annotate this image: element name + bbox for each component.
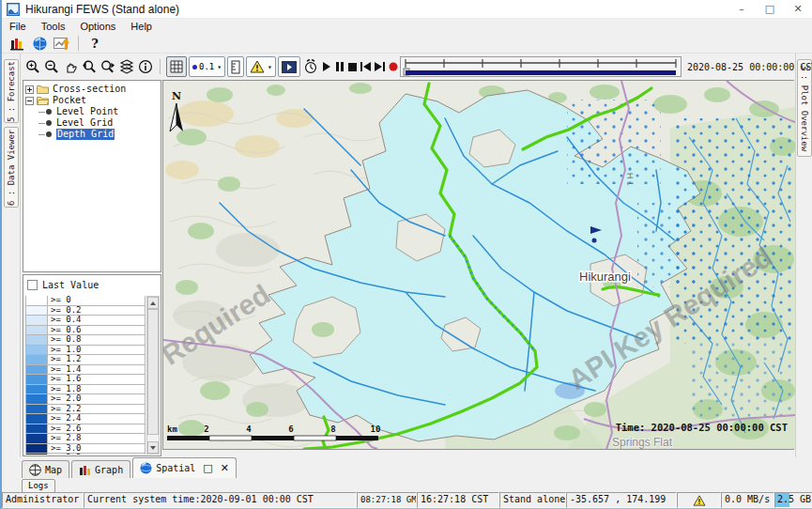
tab-map[interactable]: Map (22, 460, 69, 478)
app-window: Hikurangi FEWS (Stand alone) – □ ✕ File … (0, 0, 812, 509)
scroll-thumb[interactable] (147, 309, 159, 435)
legend-row[interactable]: >= 0.2 (25, 306, 146, 316)
warning-dropdown[interactable]: ▾ (246, 56, 276, 77)
legend-row[interactable]: >= 2.4 (25, 414, 146, 424)
record-button[interactable] (388, 56, 399, 77)
legend-scrollbar[interactable] (146, 296, 160, 455)
info-button[interactable] (137, 56, 154, 77)
database-button[interactable] (6, 35, 28, 53)
menu-options[interactable]: Options (72, 19, 123, 34)
close-button[interactable]: ✕ (784, 0, 812, 18)
menu-help[interactable]: Help (123, 19, 160, 34)
svg-text:10: 10 (371, 424, 381, 434)
legend-row[interactable]: >= 1.2 (25, 355, 146, 365)
tab-data-viewer[interactable]: 6 : Data Viewer (4, 127, 19, 208)
tab-plot-overview[interactable]: 3 : Plot Overview (797, 59, 812, 157)
grid-icon (170, 60, 183, 73)
zoom-in-button[interactable] (24, 56, 41, 77)
legend-row[interactable]: >= 0.6 (25, 326, 146, 336)
legend-row[interactable]: >= 3.0 (25, 444, 146, 455)
status-download-speed: 0.0 MB/s (721, 492, 774, 508)
town-label: Hikurangi (579, 270, 631, 284)
tree-item-pocket[interactable]: Pocket (25, 95, 159, 106)
scroll-up-icon[interactable] (147, 297, 159, 309)
legend-row[interactable]: >= 1.0 (25, 346, 146, 356)
movie-player-button[interactable] (278, 56, 300, 77)
map-tab-globe-icon (29, 464, 41, 476)
tree-item-cross-section[interactable]: Cross-section (25, 84, 159, 95)
zoom-out-icon (44, 59, 59, 74)
minimize-button[interactable]: – (728, 0, 756, 18)
last-step-button[interactable] (374, 56, 386, 77)
maximize-button[interactable]: □ (756, 0, 784, 18)
legend-label: >= 1.2 (48, 355, 146, 365)
legend-label: >= 1.6 (48, 375, 146, 385)
legend-label: >= 2.0 (48, 394, 146, 405)
logs-button[interactable]: Logs (22, 479, 55, 493)
legend-row[interactable]: >= 2.0 (25, 394, 146, 405)
legend-row[interactable]: >= 1.8 (25, 385, 146, 395)
legend-rows: >= 0 >= 0.2 >= 0.4 (25, 296, 146, 455)
window-title: Hikurangi FEWS (Stand alone) (25, 3, 179, 16)
layers-icon (119, 59, 134, 74)
svg-text:2: 2 (204, 424, 208, 434)
map-canvas[interactable]: API Key Required API Key Required H 1 Hi… (163, 81, 795, 449)
tab-maximize-icon[interactable]: □ (203, 462, 212, 474)
legend-row[interactable]: >= 1.6 (25, 375, 146, 385)
left-panel: Cross-section Pocket Level Point (23, 80, 161, 457)
legend-swatch (25, 424, 48, 435)
timeline-slider[interactable] (400, 56, 682, 77)
last-value-checkbox[interactable] (27, 280, 38, 290)
menu-tools[interactable]: Tools (34, 19, 73, 34)
collapse-minus-icon[interactable] (25, 97, 34, 105)
pause-button[interactable] (334, 56, 345, 77)
layers-button[interactable] (118, 56, 135, 77)
pan-button[interactable] (62, 56, 79, 77)
map-display-button[interactable] (28, 35, 51, 53)
legend-row[interactable]: >= 0.8 (25, 335, 146, 346)
tree-item-level-point[interactable]: Level Point (25, 106, 159, 117)
legend-row[interactable]: >= 1.4 (25, 365, 146, 376)
app-logo-icon (7, 3, 20, 16)
legend-row[interactable]: >= 2.8 (25, 434, 146, 444)
expand-plus-icon[interactable] (25, 85, 34, 94)
zoom-out-button[interactable] (43, 56, 60, 77)
animation-settings-button[interactable] (302, 56, 319, 77)
legend-swatch (25, 405, 48, 415)
spatial-display-button[interactable] (51, 35, 73, 53)
zoom-next-button[interactable] (100, 56, 116, 77)
scroll-down-icon[interactable] (147, 441, 159, 454)
interval-dropdown[interactable]: 0.1 ▾ (189, 56, 225, 77)
menu-file[interactable]: File (2, 19, 34, 34)
legend-panel: Last Value >= 0 >= (23, 274, 161, 456)
play-button[interactable] (321, 56, 332, 77)
ruler-button[interactable] (227, 56, 244, 77)
tab-label: Spatial (156, 463, 195, 473)
legend-row[interactable]: >= 0 (25, 296, 146, 306)
zoom-previous-button[interactable] (81, 56, 98, 77)
ruler-icon (231, 60, 240, 74)
first-step-button[interactable] (360, 56, 372, 77)
tab-spatial[interactable]: Spatial □ ✕ (132, 457, 237, 478)
tree-item-level-grid[interactable]: Level Grid (25, 117, 159, 129)
stop-button[interactable] (347, 56, 358, 77)
legend-swatch (25, 355, 48, 365)
tab-close-icon[interactable]: ✕ (221, 462, 229, 474)
legend-row[interactable]: >= 2.2 (25, 405, 146, 415)
help-icon: ? (91, 37, 99, 51)
chevron-down-icon: ▾ (217, 63, 222, 71)
title-bar: Hikurangi FEWS (Stand alone) – □ ✕ (2, 0, 812, 19)
legend-row[interactable]: >= 0.4 (25, 316, 146, 326)
tree-item-depth-grid[interactable]: Depth Grid (25, 129, 159, 140)
status-user: Administrator (2, 492, 84, 508)
status-warning-cell[interactable] (677, 492, 721, 508)
last-value-option[interactable]: Last Value (23, 275, 161, 294)
stop-icon (348, 63, 357, 71)
tree-item-label: Level Grid (56, 117, 113, 129)
tab-forecast[interactable]: 5 : Forecast (4, 59, 19, 123)
help-button[interactable]: ? (84, 35, 106, 53)
tab-graph[interactable]: Graph (71, 460, 130, 478)
grid-display-button[interactable] (166, 56, 187, 77)
legend-row[interactable]: >= 3.2 (25, 454, 146, 455)
legend-row[interactable]: >= 2.6 (25, 424, 146, 435)
